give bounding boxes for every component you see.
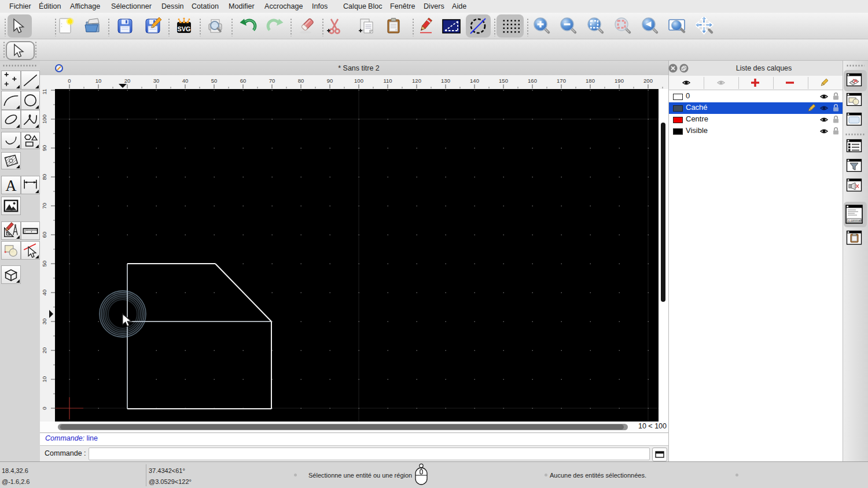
svg-text:50: 50 — [41, 261, 47, 267]
svg-text:180: 180 — [586, 77, 595, 84]
svg-text:30: 30 — [153, 77, 160, 84]
svg-text:20: 20 — [124, 77, 131, 84]
svg-text:100: 100 — [41, 114, 47, 124]
svg-text:30: 30 — [41, 319, 47, 325]
svg-text:110: 110 — [41, 89, 47, 95]
svg-text:60: 60 — [240, 77, 247, 84]
svg-text:80: 80 — [298, 77, 304, 84]
svg-text:120: 120 — [412, 77, 421, 84]
svg-text:0: 0 — [41, 406, 47, 409]
svg-text:130: 130 — [441, 77, 450, 84]
svg-text:100: 100 — [354, 77, 363, 84]
svg-text:80: 80 — [41, 174, 47, 180]
svg-text:0: 0 — [68, 77, 71, 84]
svg-text:40: 40 — [182, 77, 189, 84]
svg-text:20: 20 — [41, 347, 47, 354]
svg-text:90: 90 — [327, 77, 333, 84]
svg-text:c command: c command — [848, 219, 863, 222]
svg-text:150: 150 — [499, 77, 508, 84]
svg-text:A: A — [6, 178, 17, 194]
svg-text:170: 170 — [557, 77, 566, 84]
svg-text:110: 110 — [383, 77, 392, 84]
svg-text:90: 90 — [41, 145, 47, 151]
svg-text:10: 10 — [95, 77, 102, 84]
svg-text:140: 140 — [470, 77, 479, 84]
svg-text:40: 40 — [41, 290, 47, 296]
svg-text:160: 160 — [528, 77, 537, 84]
svg-text:50: 50 — [211, 77, 218, 84]
svg-text:SVG: SVG — [177, 25, 190, 32]
svg-text:200: 200 — [643, 77, 653, 84]
svg-text:10: 10 — [41, 376, 47, 383]
svg-text:60: 60 — [41, 232, 47, 238]
svg-text:190: 190 — [615, 77, 624, 84]
svg-text:70: 70 — [269, 77, 275, 84]
svg-text:70: 70 — [41, 203, 47, 209]
